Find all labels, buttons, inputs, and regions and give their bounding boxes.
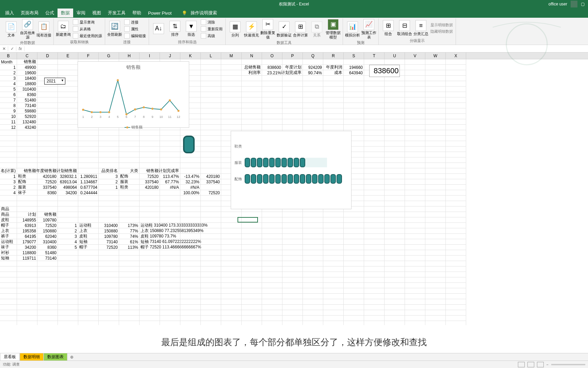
cell[interactable]: 195358 [17,228,37,234]
sheet-tab-chart[interactable]: 数据图表 [44,353,67,361]
fx-button[interactable]: fx [16,46,24,51]
cell[interactable]: 0.677704 [78,185,99,190]
cell[interactable]: 109780 [37,217,58,223]
column-header-W[interactable]: W [425,52,446,59]
sheet-tab-detail[interactable]: 数据明细 [20,353,44,361]
cell[interactable]: 销售额 [140,168,160,174]
sort-button[interactable]: ⇅排序 [167,21,182,37]
column-header-K[interactable]: K [180,52,201,59]
tab-data[interactable]: 数据 [58,9,73,17]
cell[interactable]: 商品 [0,212,17,217]
cell[interactable]: 裤子 [0,234,17,239]
column-header-X[interactable]: X [446,52,466,59]
remove-duplicates-button[interactable]: ✂删除重复值 [260,19,275,40]
cell[interactable]: 194660 [344,65,364,70]
cell[interactable]: 498064 [58,185,78,190]
cell[interactable]: 8360 [37,245,58,250]
cell[interactable]: 商品 [0,206,17,212]
cell[interactable]: 4 [0,81,17,87]
cell[interactable]: 72520 [37,223,58,228]
cell[interactable]: 皮鞋 [78,234,99,239]
cell[interactable]: 计划销售额 [58,168,78,174]
new-query-button[interactable]: 🗂新建查询 [56,21,71,37]
cell[interactable]: 179077 [17,239,37,245]
cell[interactable]: 3 [99,174,119,179]
tab-help[interactable]: 帮助 [129,9,145,17]
cell[interactable]: 5 [58,245,78,250]
filter-button[interactable]: ▼筛选 [184,21,199,37]
cell[interactable]: 148955 [17,217,37,223]
consolidate-button[interactable]: ⊞合并计算 [293,21,308,37]
cell[interactable]: 119711 [17,256,37,261]
cell[interactable]: 帽子 [0,223,17,228]
cell[interactable]: 72520 [140,174,160,179]
cell[interactable]: 短袖 [78,239,99,245]
cell[interactable]: 173% [119,223,140,228]
cell[interactable]: 310400 [37,239,58,245]
cell[interactable]: 337540 [201,179,221,185]
cell[interactable]: 成本 [323,70,344,76]
tab-insert[interactable]: 插入 [2,9,17,17]
column-header-M[interactable]: M [221,52,242,59]
cell[interactable]: 年度计划 [282,65,303,70]
cell[interactable]: 34200 [17,245,37,250]
cell[interactable]: 1 [0,65,17,70]
show-detail-button[interactable]: 显示明细数据 [430,22,454,28]
indicator-shape[interactable] [183,136,195,153]
advanced-filter-button[interactable]: 高级 [200,33,223,39]
reapply-button[interactable]: 重新应用 [200,26,223,32]
cell[interactable]: 118800 [17,250,37,256]
year-dropdown[interactable]: 2021 [44,78,65,85]
cell[interactable]: 计划 [17,212,37,217]
cell[interactable]: 运动鞋 310400 173.333333333333% [140,223,160,228]
recent-sources-button[interactable]: 最近使用的源 [72,33,103,39]
cell[interactable]: #N/A [180,185,201,190]
cell[interactable]: 132480 [17,119,37,125]
tab-formulas[interactable]: 公式 [42,9,58,17]
page-layout-view-button[interactable] [527,362,534,367]
cell[interactable]: 1 [0,174,17,179]
cell[interactable]: 服装 [17,185,37,190]
cell[interactable]: 利润率 [242,70,262,76]
cell[interactable]: 72520 [99,245,119,250]
cell[interactable]: 9 [0,108,17,114]
cell[interactable]: 12 [0,125,17,130]
cell[interactable]: 帽子 72520 113.466666666667% [140,245,160,250]
edit-links-button[interactable]: 编辑链接 [124,33,147,39]
hide-detail-button[interactable]: 隐藏明细数据 [430,29,454,34]
cell[interactable]: 310400 [17,87,37,92]
cell[interactable]: 73140 [99,239,119,245]
cell[interactable]: 32.23% [180,179,201,185]
cell[interactable]: 2 [99,179,119,185]
properties-button[interactable]: 属性 [124,26,147,32]
column-header-U[interactable]: U [385,52,405,59]
cell[interactable]: 年度销售额 [37,168,58,174]
cell[interactable]: 配饰 [119,174,140,179]
cell[interactable]: 运动鞋 [78,223,99,228]
cell[interactable]: 3 [0,76,17,81]
column-header-C[interactable]: C [17,52,37,59]
text-to-columns-button[interactable]: ▦分列 [228,21,243,37]
column-header-D[interactable]: D [37,52,58,59]
cell[interactable]: 34200 [58,190,78,196]
from-other-button[interactable]: 🔗自其他来源 [20,19,35,40]
tab-review[interactable]: 审阅 [73,9,89,17]
cell[interactable]: 63913 [17,223,37,228]
cell[interactable]: 337540 [140,179,160,185]
cell[interactable]: 49900 [17,65,37,70]
cell[interactable]: 11 [0,119,17,125]
from-table-button[interactable]: 从表格 [72,26,103,32]
cell[interactable]: 73140 [37,256,58,261]
sort-az-button[interactable]: A↓ [151,23,166,35]
relationships-button[interactable]: ⧉关系 [309,21,324,37]
cell[interactable]: 18800 [17,81,37,87]
cell[interactable]: 鞋类 [17,174,37,179]
cell[interactable]: 73140 [17,103,37,108]
cell[interactable]: -13.47% [180,174,201,179]
column-header-B[interactable]: B [0,52,17,59]
cell[interactable]: 77% [119,228,140,234]
cell[interactable]: 帽子 [78,245,99,250]
clear-filter-button[interactable]: 清除 [200,19,223,25]
tell-me-search[interactable]: 操作说明搜索 [187,9,220,17]
cell[interactable]: 短袖 [0,256,17,261]
